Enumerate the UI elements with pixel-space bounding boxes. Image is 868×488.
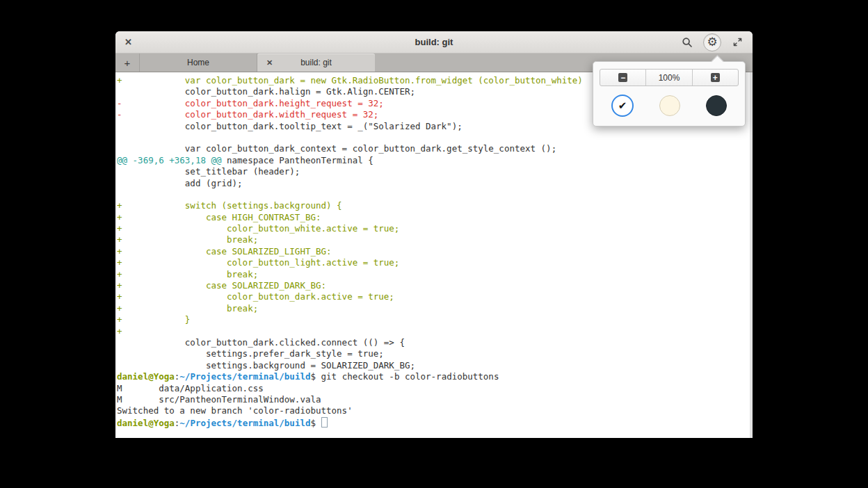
- terminal-line: + color_button_light.active = true;: [117, 257, 753, 268]
- window-title: build: git: [115, 37, 753, 47]
- new-tab-button[interactable]: +: [115, 54, 140, 72]
- zoom-level-value: 100%: [659, 73, 680, 83]
- terminal-line: +: [117, 326, 753, 337]
- tab-build-git[interactable]: ✕ build: git: [257, 54, 375, 72]
- terminal-line: daniel@Yoga:~/Projects/terminal/build$: [117, 417, 753, 428]
- terminal-line: Switched to a new branch 'color-radiobut…: [117, 405, 753, 416]
- titlebar: ✕ build: git ⚙: [115, 31, 753, 54]
- terminal-line: + break;: [117, 269, 753, 280]
- terminal-line: + break;: [117, 303, 753, 314]
- theme-radio-high-contrast[interactable]: ✔: [611, 95, 634, 117]
- terminal-line: + case SOLARIZED_DARK_BG:: [117, 280, 753, 291]
- tab-label: build: git: [300, 58, 332, 67]
- terminal-line: daniel@Yoga:~/Projects/terminal/build$ g…: [117, 371, 753, 382]
- tab-home[interactable]: Home: [140, 54, 257, 72]
- zoom-in-button[interactable]: +: [692, 70, 738, 86]
- titlebar-actions: ⚙: [679, 31, 746, 53]
- theme-radio-solarized-light[interactable]: [659, 95, 680, 116]
- terminal-line: var color_button_dark_context = color_bu…: [117, 143, 753, 154]
- terminal-cursor: [321, 417, 328, 428]
- terminal-line: color_button_dark.clicked.connect (() =>…: [117, 337, 753, 348]
- gear-icon: ⚙: [707, 36, 717, 48]
- search-icon: [682, 37, 693, 48]
- terminal-view[interactable]: + var color_button_dark = new Gtk.RadioB…: [115, 72, 753, 438]
- zoom-out-button[interactable]: −: [600, 70, 645, 86]
- terminal-line: add (grid);: [117, 178, 753, 189]
- zoom-level[interactable]: 100%: [645, 70, 691, 86]
- scrollbar-track[interactable]: [750, 72, 753, 438]
- terminal-line: + break;: [117, 234, 753, 245]
- plus-icon: +: [711, 73, 720, 82]
- tab-label: Home: [187, 58, 209, 67]
- minus-icon: −: [618, 73, 627, 82]
- terminal-line: + color_button_white.active = true;: [117, 223, 753, 234]
- terminal-line: + case SOLARIZED_LIGHT_BG:: [117, 246, 753, 257]
- theme-radio-solarized-dark[interactable]: [706, 95, 727, 116]
- fullscreen-button[interactable]: [729, 34, 746, 51]
- terminal-line: + case HIGH_CONTRAST_BG:: [117, 212, 753, 223]
- search-button[interactable]: [679, 34, 696, 51]
- terminal-line: [117, 132, 753, 143]
- tab-close-button[interactable]: ✕: [266, 54, 273, 72]
- terminal-line: [117, 189, 753, 200]
- terminal-line: set_titlebar (header);: [117, 166, 753, 177]
- terminal-line: M data/Application.css: [117, 383, 753, 394]
- close-icon: ✕: [266, 58, 273, 67]
- terminal-line: + }: [117, 314, 753, 325]
- settings-popover: − 100% + ✔: [593, 61, 746, 127]
- terminal-line: settings.background = SOLARIZED_DARK_BG;: [117, 360, 753, 371]
- zoom-control: − 100% +: [600, 69, 739, 86]
- terminal-line: + switch (settings.background) {: [117, 200, 753, 211]
- terminal-line: settings.prefer_dark_style = true;: [117, 348, 753, 359]
- terminal-line: @@ -369,6 +363,18 @@ namespace PantheonT…: [117, 155, 753, 166]
- plus-icon: +: [124, 57, 131, 69]
- theme-selector: ✔: [593, 95, 745, 117]
- settings-button[interactable]: ⚙: [703, 33, 721, 51]
- terminal-line: + color_button_dark.active = true;: [117, 291, 753, 302]
- terminal-line: M src/PantheonTerminalWindow.vala: [117, 394, 753, 405]
- screenshot-root: { "titlebar": { "title": "build: git", "…: [0, 0, 868, 488]
- expand-arrows-icon: [732, 37, 743, 47]
